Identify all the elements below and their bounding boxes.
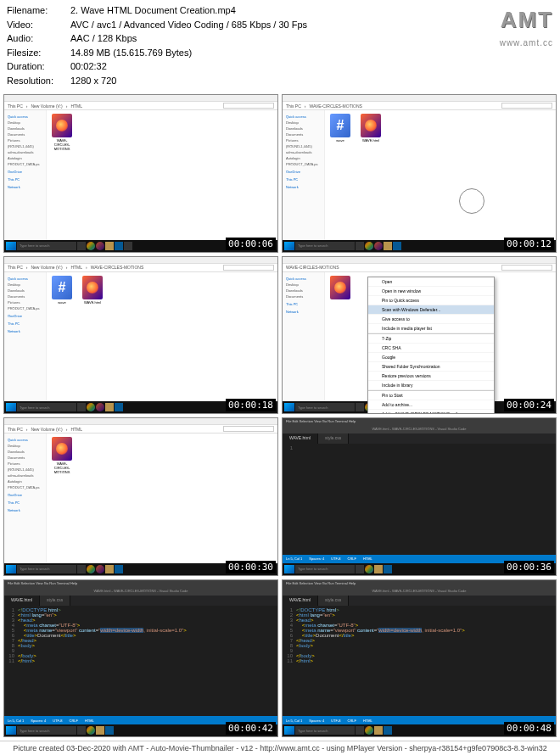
menu-item[interactable]: Google: [368, 353, 494, 362]
editor-tab[interactable]: WAVE.html: [283, 433, 318, 444]
context-menu[interactable]: Open Open in new window Pin to Quick acc…: [367, 277, 495, 415]
vscode-icon[interactable]: [115, 242, 123, 250]
editor-tab[interactable]: style.css: [318, 433, 349, 444]
thumb-5: This PC›New Volume (V:)›HTML Quick acces…: [3, 417, 278, 576]
cursor-indicator: [459, 188, 484, 214]
timestamp: 00:00:24: [504, 399, 554, 411]
menu-item[interactable]: Open in new window: [368, 287, 494, 296]
folder-item[interactable]: WAVE-CIRCLES-MOTIONS: [50, 114, 74, 151]
menu-item[interactable]: Include in media player list: [368, 324, 494, 333]
thumb-6: File Edit Selection View Go Run Terminal…: [282, 417, 557, 576]
timestamp: 00:00:48: [504, 722, 554, 735]
value-video: AVC / avc1 / Advanced Video Coding / 685…: [70, 18, 307, 32]
firefox-icon: [361, 114, 381, 137]
vscode-window: File Edit Selection View Go Run Terminal…: [283, 418, 556, 563]
label-filename: Filename:: [7, 3, 70, 18]
menu-item[interactable]: CRC SHA: [368, 344, 494, 353]
value-duration: 00:02:32: [70, 59, 107, 74]
menu-item[interactable]: Add to archive...: [368, 400, 494, 410]
menu-item[interactable]: Include in library: [368, 381, 494, 390]
value-audio: AAC / 128 Kbps: [70, 31, 137, 46]
menu-item[interactable]: 7-Zip: [368, 334, 494, 344]
menu-item[interactable]: Shared Folder Synchronization: [368, 362, 494, 372]
address-bar[interactable]: This PC›New Volume (V:)›HTML: [4, 102, 277, 110]
timestamp: 00:00:18: [226, 399, 276, 411]
taskbar-search[interactable]: Type here to search: [17, 242, 76, 250]
explorer-content[interactable]: WAVE-CIRCLES-MOTIONS: [47, 110, 277, 240]
code-editor[interactable]: 1<!DOCTYPE html>2<html lang="en">3<head>…: [4, 606, 277, 717]
label-resolution: Resolution:: [7, 74, 70, 88]
thumb-8: File Edit Selection View Go Run Terminal…: [282, 579, 557, 738]
thumb-1: This PC›New Volume (V:)›HTML Quick acces…: [3, 94, 278, 253]
menu-item[interactable]: Open: [368, 277, 494, 287]
thumb-4: WAVE-CIRCLES-MOTIONS Quick accessDesktop…: [282, 256, 557, 415]
label-filesize: Filesize:: [7, 46, 70, 60]
menu-item[interactable]: Give access to: [368, 315, 494, 324]
menu-item[interactable]: Pin to Start: [368, 391, 494, 400]
html-file-item[interactable]: WAVE.html: [359, 114, 383, 143]
timestamp: 00:00:42: [226, 722, 276, 735]
media-info-header: Filename:2. Wave HTML Document Creation.…: [0, 0, 560, 94]
thumb-7: File Edit Selection View Go Run Terminal…: [3, 579, 278, 738]
timestamp: 00:00:06: [226, 238, 276, 250]
address-bar[interactable]: This PC›WAVE-CIRCLES-MOTIONS: [283, 102, 556, 110]
vscode-menubar[interactable]: File Edit Selection View Go Run Terminal…: [283, 418, 556, 425]
start-button[interactable]: [6, 242, 16, 250]
thumb-2: This PC›WAVE-CIRCLES-MOTIONS Quick acces…: [282, 94, 557, 253]
hash-icon: #: [330, 114, 350, 137]
timestamp: 00:00:36: [504, 561, 554, 573]
value-filesize: 14.89 MB (15.615.769 Bytes): [70, 46, 192, 60]
chrome-icon[interactable]: [87, 242, 95, 250]
label-audio: Audio:: [7, 31, 70, 46]
timestamp: 00:00:12: [504, 238, 554, 250]
menu-item[interactable]: Restore previous versions: [368, 372, 494, 381]
thumb-3: This PC›New Volume (V:)›HTML›WAVE-CIRCLE…: [3, 256, 278, 415]
label-video: Video:: [7, 18, 70, 32]
value-resolution: 1280 x 720: [70, 74, 116, 88]
vscode-title: WAVE.html - WAVE-CIRCLES-MOTIONS - Visua…: [283, 425, 556, 433]
thumbnail-grid: This PC›New Volume (V:)›HTML Quick acces…: [0, 94, 560, 741]
menu-item[interactable]: Pin to Quick access: [368, 296, 494, 305]
footer-credit: Picture created 03-Dec-2020 with AMT - A…: [0, 741, 560, 755]
firefox-icon[interactable]: [96, 242, 104, 250]
menu-item[interactable]: Scan with Windows Defender...: [368, 305, 494, 315]
explorer-sidebar[interactable]: Quick accessDesktopDownloadsDocumentsPic…: [4, 110, 47, 240]
code-editor[interactable]: 1<!DOCTYPE html>2<html lang="en">3<head>…: [283, 606, 556, 717]
label-duration: Duration:: [7, 59, 70, 74]
firefox-icon: [52, 114, 72, 137]
menu-item[interactable]: Add to "WAVE-CIRCLES-MOTIONS.rar": [368, 410, 494, 415]
editor-area[interactable]: 1: [283, 444, 556, 555]
value-filename: 2. Wave HTML Document Creation.mp4: [70, 3, 236, 18]
window-titlebar: [4, 95, 277, 102]
explorer-icon[interactable]: [105, 242, 114, 250]
css-file-item[interactable]: #wave: [328, 114, 352, 143]
amt-logo: AMT www.amt.cc: [500, 3, 553, 49]
timestamp: 00:00:30: [226, 561, 276, 573]
search-box[interactable]: [223, 103, 274, 109]
